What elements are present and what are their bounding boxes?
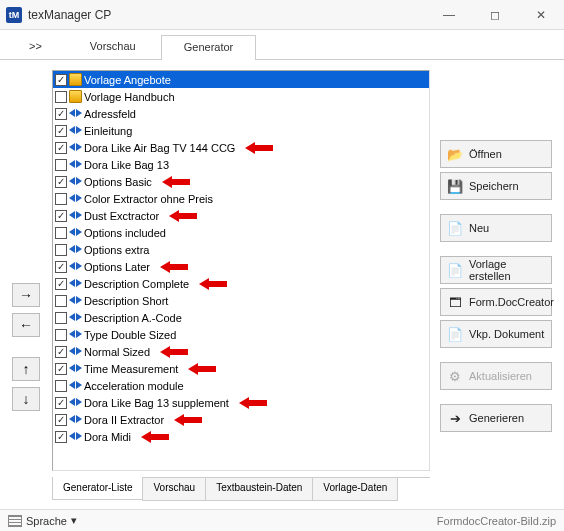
module-icon <box>69 345 82 358</box>
list-item[interactable]: Description Complete <box>53 275 429 292</box>
list-item-label: Color Extractor ohne Preis <box>84 193 213 205</box>
checkbox[interactable] <box>55 227 67 239</box>
generate-button[interactable]: ➔Generieren <box>440 404 552 432</box>
list-item[interactable]: Color Extractor ohne Preis <box>53 190 429 207</box>
list-item[interactable]: Normal Sized <box>53 343 429 360</box>
statusbar: Sprache ▾ FormdocCreator-Bild.zip <box>0 509 564 531</box>
list-item-label: Dora Like Air Bag TV 144 CCG <box>84 142 235 154</box>
checkbox[interactable] <box>55 346 67 358</box>
close-button[interactable]: ✕ <box>518 0 564 30</box>
list-item[interactable]: Description Short <box>53 292 429 309</box>
generator-listbox[interactable]: Vorlage AngeboteVorlage HandbuchAdressfe… <box>52 70 430 471</box>
checkbox[interactable] <box>55 125 67 137</box>
arrow-right-button[interactable]: → <box>12 283 40 307</box>
checkbox[interactable] <box>55 380 67 392</box>
list-item-label: Acceleration module <box>84 380 184 392</box>
module-icon <box>69 243 82 256</box>
checkbox[interactable] <box>55 312 67 324</box>
bottom-tab-0[interactable]: Generator-Liste <box>52 477 143 500</box>
list-item[interactable]: Dora Like Bag 13 supplement <box>53 394 429 411</box>
list-item-label: Dora II Extractor <box>84 414 164 426</box>
list-item[interactable]: Dust Exctractor <box>53 207 429 224</box>
window-title: texManager CP <box>28 8 426 22</box>
module-icon <box>69 192 82 205</box>
list-item[interactable]: Vorlage Handbuch <box>53 88 429 105</box>
highlight-arrow-icon <box>162 177 192 187</box>
maximize-button[interactable]: ◻ <box>472 0 518 30</box>
new-button[interactable]: 📄Neu <box>440 214 552 242</box>
module-icon <box>69 362 82 375</box>
checkbox[interactable] <box>55 363 67 375</box>
list-item[interactable]: Acceleration module <box>53 377 429 394</box>
checkbox[interactable] <box>55 159 67 171</box>
list-item[interactable]: Description A.-Code <box>53 309 429 326</box>
vkp-doc-icon: 📄 <box>447 326 463 342</box>
top-tab-0[interactable]: >> <box>6 34 65 59</box>
form-doc-button[interactable]: 🗔Form.DocCreator <box>440 288 552 316</box>
module-icon <box>69 209 82 222</box>
checkbox[interactable] <box>55 176 67 188</box>
list-item[interactable]: Time Measurement <box>53 360 429 377</box>
status-right-text: FormdocCreator-Bild.zip <box>437 515 556 527</box>
bottom-tab-1[interactable]: Vorschau <box>142 478 206 501</box>
checkbox[interactable] <box>55 244 67 256</box>
template-icon <box>69 73 82 86</box>
list-item[interactable]: Dora Like Bag 13 <box>53 156 429 173</box>
list-item-label: Type Double Sized <box>84 329 176 341</box>
checkbox[interactable] <box>55 91 67 103</box>
list-item[interactable]: Einleitung <box>53 122 429 139</box>
bottom-tabs: Generator-ListeVorschauTextbaustein-Date… <box>52 477 430 501</box>
checkbox[interactable] <box>55 108 67 120</box>
list-item[interactable]: Vorlage Angebote <box>53 71 429 88</box>
open-button[interactable]: 📂Öffnen <box>440 140 552 168</box>
open-icon: 📂 <box>447 146 463 162</box>
nav-arrow-column: → ← ↑ ↓ <box>12 70 42 501</box>
refresh-icon: ⚙ <box>447 368 463 384</box>
checkbox[interactable] <box>55 261 67 273</box>
list-item[interactable]: Dora Midi <box>53 428 429 445</box>
checkbox[interactable] <box>55 414 67 426</box>
template-icon <box>69 90 82 103</box>
list-item-label: Normal Sized <box>84 346 150 358</box>
bottom-tab-2[interactable]: Textbaustein-Daten <box>205 478 313 501</box>
list-item[interactable]: Options Later <box>53 258 429 275</box>
minimize-button[interactable]: — <box>426 0 472 30</box>
arrow-up-button[interactable]: ↑ <box>12 357 40 381</box>
dropdown-icon: ▾ <box>71 514 77 527</box>
language-icon <box>8 515 22 527</box>
language-selector[interactable]: Sprache ▾ <box>8 514 77 527</box>
highlight-arrow-icon <box>174 415 204 425</box>
list-item[interactable]: Dora II Extractor <box>53 411 429 428</box>
checkbox[interactable] <box>55 193 67 205</box>
checkbox[interactable] <box>55 278 67 290</box>
checkbox[interactable] <box>55 74 67 86</box>
checkbox[interactable] <box>55 142 67 154</box>
list-item[interactable]: Options extra <box>53 241 429 258</box>
save-button[interactable]: 💾Speichern <box>440 172 552 200</box>
generate-icon: ➔ <box>447 410 463 426</box>
vkp-doc-button[interactable]: 📄Vkp. Dokument <box>440 320 552 348</box>
bottom-tab-3[interactable]: Vorlage-Daten <box>312 478 398 501</box>
titlebar: tM texManager CP — ◻ ✕ <box>0 0 564 30</box>
list-item[interactable]: Dora Like Air Bag TV 144 CCG <box>53 139 429 156</box>
list-item-label: Dora Like Bag 13 <box>84 159 169 171</box>
checkbox[interactable] <box>55 210 67 222</box>
arrow-left-button[interactable]: ← <box>12 313 40 337</box>
create-tpl-button[interactable]: 📄Vorlage erstellen <box>440 256 552 284</box>
checkbox[interactable] <box>55 295 67 307</box>
list-item[interactable]: Adressfeld <box>53 105 429 122</box>
checkbox[interactable] <box>55 329 67 341</box>
save-icon: 💾 <box>447 178 463 194</box>
arrow-down-button[interactable]: ↓ <box>12 387 40 411</box>
top-tab-2[interactable]: Generator <box>161 35 257 60</box>
module-icon <box>69 175 82 188</box>
list-item[interactable]: Options Basic <box>53 173 429 190</box>
list-item[interactable]: Type Double Sized <box>53 326 429 343</box>
checkbox[interactable] <box>55 431 67 443</box>
module-icon <box>69 141 82 154</box>
main-column: Vorlage AngeboteVorlage HandbuchAdressfe… <box>52 70 430 501</box>
top-tab-1[interactable]: Vorschau <box>67 34 159 59</box>
list-item-label: Vorlage Angebote <box>84 74 171 86</box>
checkbox[interactable] <box>55 397 67 409</box>
list-item[interactable]: Options included <box>53 224 429 241</box>
